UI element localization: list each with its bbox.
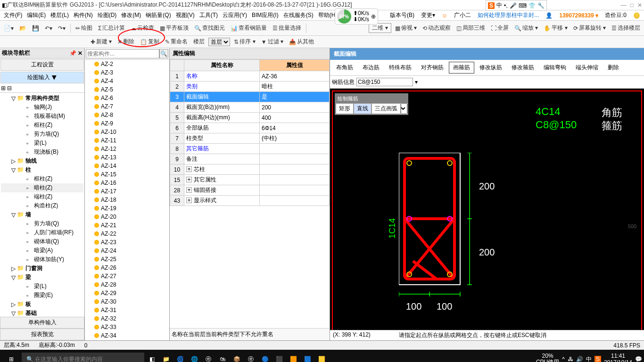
prop-row[interactable]: 7柱类型(中柱) [170, 133, 330, 144]
prop-row[interactable]: 8其它箍筋 [170, 144, 330, 154]
tree-item[interactable]: ▫ 暗梁(A) [1, 246, 83, 255]
view-orbit[interactable]: ⟲ 动态观察 [421, 23, 453, 33]
section-tab[interactable]: 特殊布筋 [385, 62, 416, 74]
component-tree[interactable]: ▽📁 常用构件类型▫ 轴网(J)▫ 筏板基础(M)▫ 框柱(Z)▫ 剪力墙(Q)… [0, 93, 84, 317]
az-item[interactable]: AZ-19 [85, 204, 169, 213]
rename-button[interactable]: ✎ 重命名 [163, 37, 190, 47]
az-item[interactable]: AZ-12 [85, 145, 169, 153]
az-item[interactable]: AZ-27 [85, 272, 169, 280]
az-item[interactable]: AZ-18 [85, 196, 169, 204]
tree-item[interactable]: ▫ 现浇板(B) [1, 148, 83, 156]
az-item[interactable]: AZ-4 [85, 77, 169, 85]
section-canvas[interactable]: 绘制箍筋 矩形直线三点画弧 [330, 89, 644, 340]
menu-component[interactable]: 构件(N) [72, 10, 95, 20]
az-item[interactable]: AZ-15 [85, 170, 169, 179]
tree-mode-icons[interactable]: ⊞ ⊟ [0, 84, 84, 93]
prop-row[interactable]: 4截面宽(B边)(mm)200 [170, 102, 330, 113]
view-pan[interactable]: ✋ 平移 ▾ [542, 23, 569, 33]
maximize-button[interactable]: □ [630, 2, 634, 8]
menu-floor[interactable]: 楼层(L) [49, 10, 71, 20]
coin-icon[interactable]: 🪙 [631, 11, 642, 20]
app-icon-6[interactable]: 🟧 [287, 353, 300, 362]
az-item[interactable]: AZ-9 [85, 119, 169, 128]
find-button[interactable]: 🔍 查找图元 [192, 23, 227, 33]
section-tab[interactable]: 修改纵筋 [475, 62, 506, 74]
version-btn[interactable]: 版本号(B) [388, 10, 416, 20]
az-item[interactable]: AZ-34 [85, 331, 169, 340]
app-icon-8[interactable]: 🟨 [315, 353, 328, 362]
ime-toolbar[interactable]: S中•,🎤⌨👕🔧 [486, 0, 547, 11]
task-view-icon[interactable]: ◧ [145, 353, 158, 362]
az-item[interactable]: AZ-31 [85, 306, 169, 314]
tree-item[interactable]: ▫ 框柱(Z) [1, 121, 83, 130]
app-icon-5[interactable]: ⬛ [272, 353, 286, 362]
app-icon-3[interactable]: 📦 [230, 353, 243, 362]
from-other-button[interactable]: 📥 从其他 [287, 37, 316, 47]
tree-item[interactable]: ▫ 砌体墙(Q) [1, 237, 83, 246]
tree-item[interactable]: ▫ 人防门框墙(RF) [1, 228, 83, 237]
tree-item[interactable]: ▽📁 柱 [1, 165, 83, 174]
select-floor[interactable]: ☰ 选择楼层 [610, 23, 642, 33]
redo-button[interactable]: ↷▾ [56, 24, 67, 33]
prop-row[interactable]: 5截面高(H边)(mm)400 [170, 113, 330, 123]
search-button[interactable]: 🔍 [159, 49, 168, 58]
change-btn[interactable]: 变更▾ [419, 10, 437, 20]
tree-item[interactable]: ▽📁 墙 [1, 210, 83, 219]
cloud-check-button[interactable]: ☁ 云检查 [129, 23, 156, 33]
section-tabs[interactable]: 布角筋布边筋特殊布筋对齐钢筋画箍筋修改纵筋修改箍筋编辑弯钩端头伸缩删除 [330, 60, 644, 76]
az-item[interactable]: AZ-21 [85, 221, 169, 230]
az-item[interactable]: AZ-25 [85, 255, 169, 263]
prop-row[interactable]: 43+显示样式 [170, 196, 330, 206]
view-rotate[interactable]: ⟳ 屏幕旋转 ▾ [571, 23, 608, 33]
menu-cloud[interactable]: 云应用(Y) [221, 10, 249, 20]
help-link[interactable]: 如何处理异形柱中非封... [476, 10, 541, 20]
menu-file[interactable]: 文件(F) [2, 10, 24, 20]
az-item[interactable]: AZ-7 [85, 102, 169, 111]
floor-select[interactable]: 首层 [208, 38, 230, 46]
az-item[interactable]: AZ-29 [85, 289, 169, 297]
copy-button[interactable]: 📋 复制 [138, 37, 161, 47]
view-local3d[interactable]: ◫ 局部三维 [454, 23, 487, 33]
menu-draw[interactable]: 绘图(D) [96, 10, 119, 20]
rebar-info-dropdown[interactable]: ▾ [415, 79, 418, 85]
tree-item[interactable]: ▫ 框柱(Z) [1, 174, 83, 183]
view-fullscreen[interactable]: ⛶ 全屏 [489, 23, 511, 33]
section-tab[interactable]: 对齐钢筋 [417, 62, 448, 74]
tree-item[interactable]: ▫ 梁(L) [1, 139, 83, 148]
tree-item[interactable]: ▫ 剪力墙(Q) [1, 219, 83, 228]
az-item[interactable]: AZ-10 [85, 128, 169, 136]
section-tab[interactable]: 修改箍筋 [507, 62, 538, 74]
az-item[interactable]: AZ-23 [85, 238, 169, 247]
tree-item[interactable]: ▫ 梁(L) [1, 282, 83, 291]
ie-icon[interactable]: ⓔ [244, 353, 257, 362]
edge-icon[interactable]: ⓔ [202, 353, 215, 362]
newcomp-button[interactable]: ✚ 新建 ▾ [89, 37, 114, 47]
prop-row[interactable]: 10+芯柱 [170, 165, 330, 175]
view-zoom[interactable]: 🔍 缩放 ▾ [512, 23, 540, 33]
undo-button[interactable]: ↶▾ [43, 24, 54, 33]
tray-up-icon[interactable]: ^ [562, 356, 565, 362]
az-item[interactable]: AZ-20 [85, 213, 169, 221]
folder-icon[interactable]: 📁 [159, 353, 173, 362]
az-item[interactable]: AZ-16 [85, 179, 169, 187]
filter-button[interactable]: ▼ 过滤 ▾ [259, 37, 285, 47]
section-tab[interactable]: 画箍筋 [449, 62, 474, 74]
draw-mode[interactable]: 矩形 [336, 103, 354, 114]
az-item[interactable]: AZ-13 [85, 153, 169, 162]
open-button[interactable]: 📂 [17, 24, 28, 33]
speed-gauge[interactable]: 67% ⬆0K/s⬇0K/s ⊕ [335, 8, 378, 25]
prop-row[interactable]: 2类别暗柱 [170, 82, 330, 92]
az-item[interactable]: AZ-33 [85, 323, 169, 331]
az-item[interactable]: AZ-5 [85, 85, 169, 94]
menu-modify[interactable]: 修改(M) [119, 10, 143, 20]
close-button[interactable]: ✕ [637, 2, 642, 8]
draw-input-button[interactable]: 绘图输入 ⯆ [0, 72, 84, 83]
minimize-button[interactable]: — [621, 2, 627, 8]
tree-item[interactable]: ▫ 剪力墙(Q) [1, 130, 83, 139]
tree-item[interactable]: ▷📁 门窗洞 [1, 264, 83, 273]
menu-tools[interactable]: 工具(T) [198, 10, 220, 20]
tree-item[interactable]: ▫ 构造柱(Z) [1, 201, 83, 210]
prop-row[interactable]: 9备注 [170, 154, 330, 165]
section-tab[interactable]: 编辑弯钩 [539, 62, 570, 74]
az-item[interactable]: AZ-22 [85, 230, 169, 238]
